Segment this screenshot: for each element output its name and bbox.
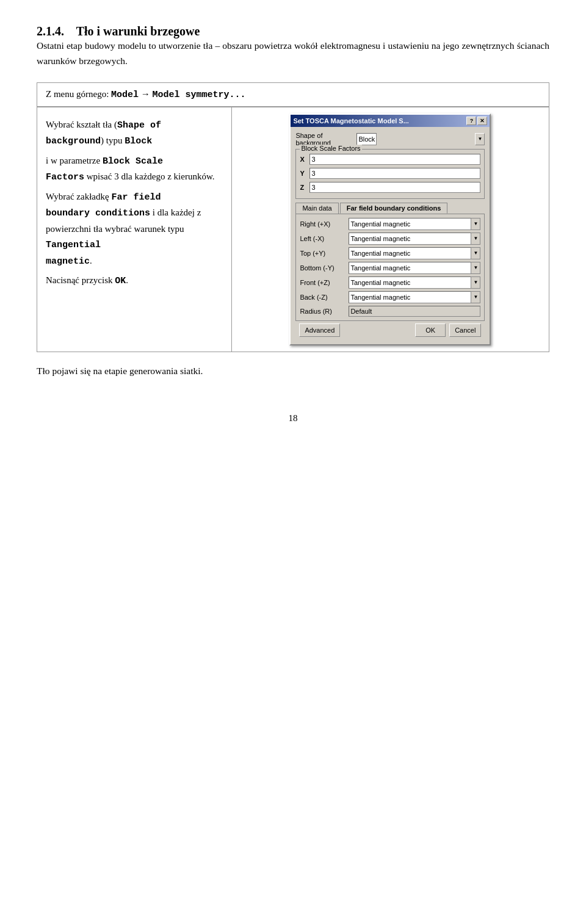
bc-front-wrapper: Tangential magnetic ▼ <box>349 276 480 289</box>
bc-back-select[interactable]: Tangential magnetic <box>349 291 480 303</box>
para1: Wybrać kształt tła (Shape ofbackground) … <box>46 117 223 150</box>
advanced-button[interactable]: Advanced <box>299 323 340 337</box>
intro-paragraph: Ostatni etap budowy modelu to utworzenie… <box>37 38 549 69</box>
para2: i w parametrze Block ScaleFactors wpisać… <box>46 153 223 186</box>
left-cell: Wybrać kształt tła (Shape ofbackground) … <box>37 107 232 352</box>
footer-paragraph: Tło pojawi się na etapie generowania sia… <box>37 366 549 377</box>
bc-bottom-select[interactable]: Tangential magnetic <box>349 262 480 274</box>
section-heading: Tło i warunki brzegowe <box>76 24 200 38</box>
titlebar-buttons: ? ✕ <box>466 117 487 125</box>
dialog-titlebar: Set TOSCA Magnetostatic Model S... ? ✕ <box>291 115 490 127</box>
help-button[interactable]: ? <box>466 117 476 125</box>
tab-content-farfield: Right (+X) Tangential magnetic ▼ Left (-… <box>295 214 485 321</box>
bc-top-label: Top (+Y) <box>300 250 349 257</box>
bc-back-label: Back (-Z) <box>300 294 349 301</box>
x-label: X <box>300 156 309 163</box>
bc-right-wrapper: Tangential magnetic ▼ <box>349 218 480 230</box>
content-table: Wybrać kształt tła (Shape ofbackground) … <box>37 107 549 352</box>
bc-front-arrow: ▼ <box>471 276 480 289</box>
bc-back-wrapper: Tangential magnetic ▼ <box>349 291 480 303</box>
radius-row: Radius (R) <box>300 306 480 317</box>
bc-bottom-label: Bottom (-Y) <box>300 264 349 272</box>
bc-right-arrow: ▼ <box>471 218 480 230</box>
y-row: Y <box>300 168 480 179</box>
bc-right-label: Right (+X) <box>300 220 349 228</box>
z-input[interactable] <box>309 182 480 193</box>
bc-row-back: Back (-Z) Tangential magnetic ▼ <box>300 291 480 303</box>
bc-right-select[interactable]: Tangential magnetic <box>349 218 480 230</box>
bc-row-bottom: Bottom (-Y) Tangential magnetic ▼ <box>300 262 480 274</box>
bc-front-label: Front (+Z) <box>300 279 349 286</box>
z-label: Z <box>300 184 309 191</box>
bc-left-select[interactable]: Tangential magnetic <box>349 233 480 245</box>
menu-instruction-box: Z menu górnego: Model → Model symmetry..… <box>37 82 549 107</box>
radius-label: Radius (R) <box>300 308 349 315</box>
cancel-button[interactable]: Cancel <box>449 323 481 337</box>
ok-button[interactable]: OK <box>415 323 446 337</box>
section-number: 2.1.4. <box>37 24 64 38</box>
x-input[interactable] <box>309 154 480 165</box>
para4: Nacisnąć przycisk OK. <box>46 273 223 289</box>
y-label: Y <box>300 170 309 177</box>
dialog-body: Shape of background Block ▼ Block Scale … <box>291 127 490 344</box>
dialog-footer: Advanced OK Cancel <box>295 321 485 341</box>
x-row: X <box>300 154 480 165</box>
tabs-row: Main data Far field boundary conditions <box>295 203 485 214</box>
shape-arrow-icon: ▼ <box>475 133 485 145</box>
block-scale-group: Block Scale Factors X Y Z <box>295 149 485 199</box>
y-input[interactable] <box>309 168 480 179</box>
tab-farfield[interactable]: Far field boundary conditions <box>340 203 448 214</box>
bc-top-select[interactable]: Tangential magnetic <box>349 247 480 259</box>
section-title: 2.1.4. Tło i warunki brzegowe <box>37 24 549 38</box>
radius-input[interactable] <box>349 306 480 317</box>
right-cell: Set TOSCA Magnetostatic Model S... ? ✕ S… <box>231 107 549 352</box>
ok-cancel-group: OK Cancel <box>415 323 481 337</box>
page-number: 18 <box>37 413 549 424</box>
shape-select-wrapper: Block ▼ <box>356 133 485 145</box>
bc-top-wrapper: Tangential magnetic ▼ <box>349 247 480 259</box>
shape-select[interactable]: Block <box>356 133 377 145</box>
block-scale-legend: Block Scale Factors <box>300 145 361 152</box>
bc-left-label: Left (-X) <box>300 235 349 242</box>
z-row: Z <box>300 182 480 193</box>
close-button[interactable]: ✕ <box>477 117 487 125</box>
bc-top-arrow: ▼ <box>471 247 480 259</box>
dialog-window: Set TOSCA Magnetostatic Model S... ? ✕ S… <box>289 114 491 345</box>
bc-left-wrapper: Tangential magnetic ▼ <box>349 233 480 245</box>
bc-row-front: Front (+Z) Tangential magnetic ▼ <box>300 276 480 289</box>
dialog-title: Set TOSCA Magnetostatic Model S... <box>293 117 466 125</box>
bc-back-arrow: ▼ <box>471 291 480 303</box>
bc-front-select[interactable]: Tangential magnetic <box>349 276 480 289</box>
bc-row-left: Left (-X) Tangential magnetic ▼ <box>300 233 480 245</box>
para3: Wybrać zakładkę Far fieldboundary condit… <box>46 189 223 270</box>
tab-main[interactable]: Main data <box>295 203 338 214</box>
menu-instruction-text: Z menu górnego: Model → Model symmetry..… <box>46 89 246 99</box>
bc-bottom-arrow: ▼ <box>471 262 480 274</box>
bc-row-top: Top (+Y) Tangential magnetic ▼ <box>300 247 480 259</box>
bc-left-arrow: ▼ <box>471 233 480 245</box>
bc-row-right: Right (+X) Tangential magnetic ▼ <box>300 218 480 230</box>
bc-bottom-wrapper: Tangential magnetic ▼ <box>349 262 480 274</box>
